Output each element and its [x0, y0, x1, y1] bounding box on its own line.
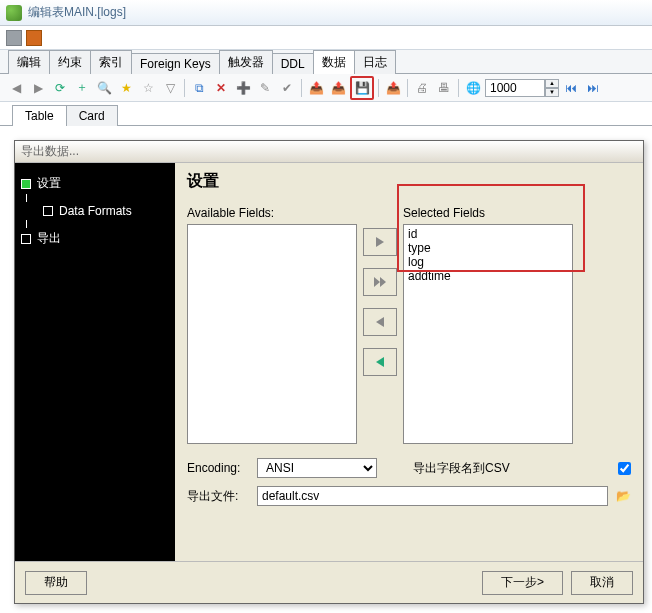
dialog-footer: 帮助 下一步> 取消: [15, 561, 643, 603]
print-icon[interactable]: 🖶: [434, 78, 454, 98]
nav-first-icon[interactable]: ⏮: [561, 78, 581, 98]
add-icon[interactable]: ＋: [72, 78, 92, 98]
cancel-button[interactable]: 取消: [571, 571, 633, 595]
dialog-title: 导出数据...: [21, 143, 79, 160]
page-size-spinner[interactable]: ▲ ▼: [485, 79, 559, 97]
tool-stop-icon[interactable]: [6, 30, 22, 46]
tree-box-icon: [43, 206, 53, 216]
tool-power-icon[interactable]: [26, 30, 42, 46]
web-icon[interactable]: 🌐: [463, 78, 483, 98]
separator: [378, 79, 379, 97]
print-preview-icon[interactable]: 🖨: [412, 78, 432, 98]
available-listbox[interactable]: [187, 224, 357, 444]
svg-marker-1: [374, 277, 380, 287]
import-icon[interactable]: 📤: [306, 78, 326, 98]
file-label: 导出文件:: [187, 488, 249, 505]
svg-marker-4: [376, 357, 384, 367]
window-title: 编辑表MAIN.[logs]: [28, 4, 126, 21]
svg-marker-3: [376, 317, 384, 327]
available-col: Available Fields:: [187, 206, 357, 444]
app-icon: [6, 5, 22, 21]
help-button[interactable]: 帮助: [25, 571, 87, 595]
encoding-row: Encoding: ANSI 导出字段名到CSV: [187, 458, 631, 478]
tree-label: Data Formats: [59, 204, 132, 218]
move-buttons: [363, 228, 397, 444]
sub-tabbar: TableCard: [0, 102, 652, 126]
separator: [301, 79, 302, 97]
delete-icon[interactable]: ✕: [211, 78, 231, 98]
file-row: 导出文件: 📂: [187, 486, 631, 506]
selected-label: Selected Fields: [403, 206, 573, 220]
tab-7[interactable]: 日志: [354, 50, 396, 74]
list-item[interactable]: log: [406, 255, 570, 269]
commit-icon[interactable]: ✔: [277, 78, 297, 98]
tree-label: 设置: [37, 175, 61, 192]
dialog-content: 设置 Available Fields: Selected Fields idt…: [175, 163, 643, 561]
separator: [184, 79, 185, 97]
tab-2[interactable]: 索引: [90, 50, 132, 74]
nav-fwd-icon[interactable]: ▶: [28, 78, 48, 98]
page-size-input[interactable]: [485, 79, 545, 97]
edit-icon[interactable]: ✎: [255, 78, 275, 98]
svg-marker-0: [376, 237, 384, 247]
file-input[interactable]: [257, 486, 608, 506]
spin-down-icon[interactable]: ▼: [545, 88, 559, 97]
next-button[interactable]: 下一步>: [482, 571, 563, 595]
tree-label: 导出: [37, 230, 61, 247]
separator: [458, 79, 459, 97]
spin-up-icon[interactable]: ▲: [545, 79, 559, 88]
tree-item-2[interactable]: 导出: [21, 228, 169, 249]
separator: [407, 79, 408, 97]
list-item[interactable]: type: [406, 241, 570, 255]
tree-item-0[interactable]: 设置: [21, 173, 169, 194]
export-icon[interactable]: 📤: [328, 78, 348, 98]
export-fieldnames-checkbox[interactable]: [618, 462, 631, 475]
dialog-titlebar: 导出数据...: [15, 141, 643, 163]
tree-item-1[interactable]: Data Formats: [21, 202, 169, 220]
move-left-button[interactable]: [363, 308, 397, 336]
icon-toolbar: ◀ ▶ ⟳ ＋ 🔍 ★ ☆ ▽ ⧉ ✕ ➕ ✎ ✔ 📤 📤 💾 📤 🖨 🖶 🌐 …: [0, 74, 652, 102]
encoding-select[interactable]: ANSI: [257, 458, 377, 478]
move-all-right-button[interactable]: [363, 268, 397, 296]
refresh-icon[interactable]: ⟳: [50, 78, 70, 98]
copy-icon[interactable]: ⧉: [189, 78, 209, 98]
nav-tree: 设置Data Formats导出: [15, 163, 175, 561]
tab-1[interactable]: 约束: [49, 50, 91, 74]
svg-marker-2: [380, 277, 386, 287]
tab-4[interactable]: 触发器: [219, 50, 273, 74]
tab-0[interactable]: 编辑: [8, 50, 50, 74]
browse-icon[interactable]: 📂: [616, 489, 631, 503]
move-right-button[interactable]: [363, 228, 397, 256]
tab-5[interactable]: DDL: [272, 53, 314, 74]
export-dialog: 导出数据... 设置Data Formats导出 设置 Available Fi…: [14, 140, 644, 604]
export2-icon[interactable]: 📤: [383, 78, 403, 98]
selected-col: Selected Fields idtypelogaddtime: [403, 206, 573, 444]
subtab-card[interactable]: Card: [66, 105, 118, 126]
list-item[interactable]: id: [406, 227, 570, 241]
export-fieldnames-label: 导出字段名到CSV: [413, 460, 510, 477]
star-icon[interactable]: ★: [116, 78, 136, 98]
filter-icon[interactable]: ▽: [160, 78, 180, 98]
list-item[interactable]: addtime: [406, 269, 570, 283]
main-tabbar: 编辑约束索引Foreign Keys触发器DDL数据日志: [0, 50, 652, 74]
add-record-icon[interactable]: ➕: [233, 78, 253, 98]
tab-6[interactable]: 数据: [313, 50, 355, 74]
encoding-label: Encoding:: [187, 461, 249, 475]
search-icon[interactable]: 🔍: [94, 78, 114, 98]
nav-back-icon[interactable]: ◀: [6, 78, 26, 98]
bottom-form: Encoding: ANSI 导出字段名到CSV 导出文件: 📂: [187, 458, 631, 506]
spinner-buttons: ▲ ▼: [545, 79, 559, 97]
dialog-body: 设置Data Formats导出 设置 Available Fields: Se…: [15, 163, 643, 561]
selected-listbox[interactable]: idtypelogaddtime: [403, 224, 573, 444]
content-heading: 设置: [187, 171, 631, 192]
subtab-table[interactable]: Table: [12, 105, 67, 126]
star-off-icon[interactable]: ☆: [138, 78, 158, 98]
available-label: Available Fields:: [187, 206, 357, 220]
window-titlebar: 编辑表MAIN.[logs]: [0, 0, 652, 26]
move-all-left-button[interactable]: [363, 348, 397, 376]
tab-3[interactable]: Foreign Keys: [131, 53, 220, 74]
save-icon[interactable]: 💾: [350, 76, 374, 100]
tree-box-icon: [21, 179, 31, 189]
tree-box-icon: [21, 234, 31, 244]
nav-last-icon[interactable]: ⏭: [583, 78, 603, 98]
